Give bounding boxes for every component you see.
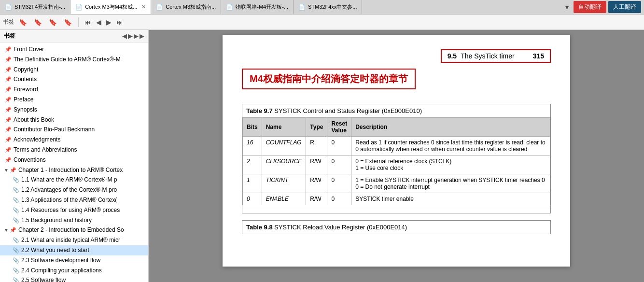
sidebar-tree-item[interactable]: 📎2.2 What you need to start: [0, 245, 148, 255]
sidebar-tree-item[interactable]: 📌Foreword: [0, 85, 148, 95]
table1-wrapper: Table 9.7 SYSTICK Control and Status Reg…: [242, 104, 551, 213]
col-reset: ResetValue: [327, 118, 351, 137]
sidebar-tree-item[interactable]: 📌Contributor Bio-Paul Beckmann: [0, 125, 148, 135]
sidebar-tree-item[interactable]: 📎1.5 Background and history: [0, 215, 148, 226]
tree-item-label: Conventions: [14, 156, 46, 164]
sidebar-tree-item[interactable]: 📌Acknowledgments: [0, 135, 148, 145]
bookmark-label: 书签: [3, 18, 14, 26]
tree-toggle[interactable]: ▼: [4, 167, 9, 174]
sidebar-nav-right-2[interactable]: ▶: [134, 32, 139, 40]
tree-item-label: 1.5 Background and history: [21, 216, 92, 225]
cell-description: Read as 1 if counter reaches 0 since las…: [351, 137, 550, 155]
cell-bits: 0: [243, 193, 262, 205]
sidebar-tree-item[interactable]: 📎2.5 Software flow: [0, 275, 148, 282]
table-row: 2CLKSOURCER/W00 = External reference clo…: [243, 155, 550, 174]
tree-item-label: 1.3 Applications of the ARM® Cortex(: [21, 196, 117, 204]
cell-bits: 2: [243, 155, 262, 174]
bookmark-icon: 📎: [13, 277, 19, 282]
manual-translate-button[interactable]: 人工翻译: [608, 1, 641, 13]
bookmark-icon: 📌: [5, 146, 12, 154]
sidebar-tree-item[interactable]: 📎1.1 What are the ARM® Cortex®-M p: [0, 175, 148, 185]
cell-description: 1 = Enable SYSTICK interrupt generation …: [351, 174, 550, 193]
chinese-title: M4权威指南中介绍滴答定时器的章节: [242, 69, 416, 89]
tree-item-label: Contributor Bio-Paul Beckmann: [14, 126, 95, 134]
tab-icon: 📄: [226, 4, 233, 11]
bookmark-icon: 📌: [5, 96, 12, 103]
table2-caption-text: SYSTICK Reload Value Register (0xE000E01…: [274, 224, 407, 231]
sidebar-nav-right-1[interactable]: ▶: [128, 32, 133, 40]
sidebar-tree-item[interactable]: 📌The Definitive Guide to ARM® Cortex®-M: [0, 55, 148, 65]
sidebar-tree-item[interactable]: 📌Synopsis: [0, 105, 148, 115]
tree-item-label: 2.3 Software development flow: [21, 256, 100, 265]
tab-icon: 📄: [5, 4, 12, 11]
tree-item-label: 1.2 Advantages of the Cortex®-M pro: [21, 186, 117, 194]
auto-translate-button[interactable]: 自动翻译: [574, 1, 606, 13]
sidebar-tree-item[interactable]: 📎2.3 Software development flow: [0, 255, 148, 266]
sidebar-tree-item[interactable]: 📌Contents: [0, 74, 148, 85]
sidebar-tree-item[interactable]: 📌Terms and Abbreviations: [0, 145, 148, 155]
tree-toggle[interactable]: ▼: [4, 227, 9, 234]
toolbar-separator: [78, 17, 79, 27]
table1-caption: Table 9.7 SYSTICK Control and Status Reg…: [242, 104, 550, 117]
bookmark-icon: 📎: [13, 207, 19, 214]
bookmark-btn-2[interactable]: 🔖: [31, 17, 44, 28]
page-number: 315: [533, 52, 544, 60]
sidebar-tree-item[interactable]: ▼📌Chapter 1 - Introduction to ARM® Corte…: [0, 165, 148, 175]
main-layout: 书签 ◀ ▶ ▶ ▶ 📌Front Cover📌The Definitive G…: [0, 30, 644, 282]
tab-close-button[interactable]: ✕: [141, 4, 146, 10]
tab-iot[interactable]: 📄 物联网箱-M4开发板-...: [221, 0, 294, 14]
nav-next-button[interactable]: ▶: [104, 17, 113, 27]
tab-stm32f4[interactable]: 📄 STM32F4开发指南-...: [0, 0, 70, 14]
cell-bits: 16: [243, 137, 262, 155]
table-9-7: Table 9.7 SYSTICK Control and Status Reg…: [242, 104, 550, 205]
tab-icon: 📄: [156, 4, 163, 11]
bookmark-icon: 📌: [5, 46, 12, 53]
sidebar-tree-item[interactable]: 📌Preface: [0, 95, 148, 105]
sidebar-tree-item[interactable]: 📎2.1 What are inside typical ARM® micr: [0, 235, 148, 245]
bookmark-btn-3[interactable]: 🔖: [46, 17, 59, 28]
sidebar-tree-item[interactable]: 📎1.2 Advantages of the Cortex®-M pro: [0, 185, 148, 195]
nav-prev-button[interactable]: ◀: [94, 17, 103, 27]
cell-type: R/W: [306, 155, 327, 174]
tab-icon: 📄: [75, 4, 83, 11]
table-row: 1TICKINTR/W01 = Enable SYSTICK interrupt…: [243, 174, 550, 193]
nav-last-button[interactable]: ⏭: [114, 17, 125, 27]
tab-cortex-m3[interactable]: 📄 Cortex M3权威指南...: [151, 0, 221, 14]
tree-item-label: About this Book: [14, 116, 54, 124]
bookmark-icon: 📎: [13, 237, 19, 244]
cell-type: R/W: [306, 174, 327, 193]
cell-type: R/W: [306, 193, 327, 205]
bookmark-icon: 📎: [13, 247, 19, 254]
tree-item-label: Synopsis: [14, 106, 37, 114]
page-container: 9.5 The SysTick timer 315 M4权威指南中介绍滴答定时器…: [223, 35, 570, 267]
bookmark-icon: 📌: [5, 76, 12, 83]
tab-cortex-m4[interactable]: 📄 Cortex M3与M4权威... ✕: [70, 0, 151, 14]
sidebar-tree-item[interactable]: ▼📌Chapter 2 - Introduction to Embedded S…: [0, 225, 148, 235]
sidebar-tree-item[interactable]: 📌About this Book: [0, 115, 148, 125]
bookmark-btn-1[interactable]: 🔖: [16, 17, 29, 28]
sidebar: 书签 ◀ ▶ ▶ ▶ 📌Front Cover📌The Definitive G…: [0, 30, 149, 282]
sidebar-tree-item[interactable]: 📎2.4 Compiling your applications: [0, 266, 148, 276]
tab-label: Cortex M3权威指南...: [166, 3, 216, 11]
tab-label: STM32F4开发指南-...: [14, 3, 65, 11]
table1-body: 16COUNTFLAGR0Read as 1 if counter reache…: [243, 137, 550, 205]
bookmark-btn-4[interactable]: 🔖: [61, 17, 74, 28]
bookmark-icon: 📌: [5, 106, 12, 113]
tab-stm32f4-cn[interactable]: 📄 STM32F4xx中文参...: [294, 0, 362, 14]
cell-name: COUNTFLAG: [262, 137, 306, 155]
nav-first-button[interactable]: ⏮: [83, 17, 93, 27]
tree-item-label: Chapter 2 - Introduction to Embedded So: [18, 226, 124, 234]
sidebar-nav-right-3[interactable]: ▶: [140, 32, 144, 40]
tree-item-label: Acknowledgments: [14, 136, 60, 144]
sidebar-tree: 📌Front Cover📌The Definitive Guide to ARM…: [0, 42, 148, 282]
sidebar-nav-left[interactable]: ◀: [122, 32, 127, 40]
sidebar-tree-item[interactable]: 📎1.4 Resources for using ARM® proces: [0, 205, 148, 215]
table2-caption-num: Table 9.8: [246, 224, 273, 231]
sidebar-tree-item[interactable]: 📌Copyright: [0, 65, 148, 75]
sidebar-tree-item[interactable]: 📎1.3 Applications of the ARM® Cortex(: [0, 195, 148, 205]
bookmark-icon: 📎: [13, 186, 19, 194]
sidebar-tree-item[interactable]: 📌Conventions: [0, 155, 148, 165]
sidebar-tree-item[interactable]: 📌Front Cover: [0, 44, 148, 55]
tab-arrow[interactable]: ▾: [562, 3, 572, 11]
section-number: 9.5: [448, 52, 457, 60]
